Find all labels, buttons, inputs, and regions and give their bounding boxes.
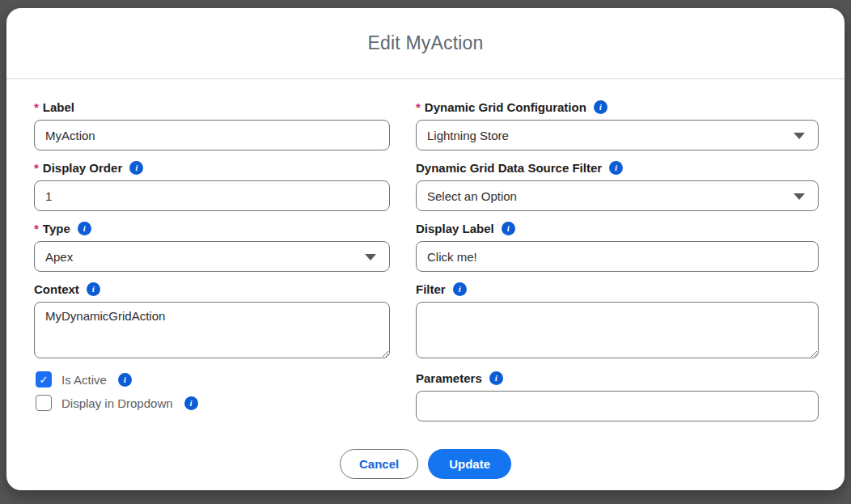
context-field-group: Context i MyDynamicGridAction	[34, 282, 390, 358]
display-label-input[interactable]	[416, 241, 819, 272]
left-column: * Label * Display Order i * Type i	[34, 100, 390, 432]
display-order-info-icon[interactable]: i	[129, 161, 143, 175]
display-label-info-icon[interactable]: i	[502, 222, 515, 235]
filter-label-text: Filter	[416, 282, 446, 296]
context-label-text: Context	[34, 282, 79, 296]
update-button[interactable]: Update	[428, 449, 511, 479]
parameters-field-group: Parameters i	[416, 371, 819, 421]
display-label-field-group: Display Label i	[416, 222, 819, 272]
display-in-dropdown-checkbox-row[interactable]: ✓ Display in Dropdown i	[36, 395, 390, 411]
dialog-title: Edit MyAction	[367, 32, 483, 54]
label-field-label: * Label	[34, 100, 390, 114]
dialog-body: * Label * Display Order i * Type i	[6, 79, 845, 432]
dialog-footer: Cancel Update	[6, 449, 845, 479]
dynamic-grid-data-source-filter-select-value: Select an Option	[427, 189, 517, 203]
dynamic-grid-data-source-filter-info-icon[interactable]: i	[609, 161, 623, 175]
display-order-input[interactable]	[34, 180, 390, 211]
required-asterisk: *	[34, 222, 39, 235]
context-label: Context i	[34, 282, 390, 296]
display-label-label: Display Label i	[416, 222, 819, 235]
display-in-dropdown-info-icon[interactable]: i	[184, 396, 198, 410]
display-in-dropdown-checkbox[interactable]: ✓	[36, 395, 52, 411]
dynamic-grid-data-source-filter-label-text: Dynamic Grid Data Source Filter	[416, 161, 602, 175]
type-info-icon[interactable]: i	[78, 222, 91, 235]
type-label: * Type i	[34, 222, 390, 235]
type-field-group: * Type i Apex	[34, 222, 390, 272]
label-input[interactable]	[34, 120, 390, 150]
context-info-icon[interactable]: i	[87, 282, 100, 296]
filter-info-icon[interactable]: i	[453, 282, 467, 296]
is-active-checkbox[interactable]: ✓	[36, 371, 52, 388]
chevron-down-icon	[365, 254, 376, 260]
type-select-value: Apex	[45, 250, 73, 264]
required-asterisk: *	[34, 161, 39, 175]
parameters-input[interactable]	[416, 391, 819, 421]
right-column: * Dynamic Grid Configuration i Lightning…	[416, 100, 819, 432]
type-select[interactable]: Apex	[34, 241, 390, 272]
dynamic-grid-configuration-select-value: Lightning Store	[427, 129, 509, 142]
display-label-label-text: Display Label	[416, 222, 494, 235]
dynamic-grid-configuration-select[interactable]: Lightning Store	[416, 120, 819, 150]
dynamic-grid-configuration-label-text: Dynamic Grid Configuration	[425, 100, 586, 114]
parameters-info-icon[interactable]: i	[489, 371, 503, 385]
context-textarea[interactable]: MyDynamicGridAction	[34, 302, 390, 358]
dynamic-grid-data-source-filter-field-group: Dynamic Grid Data Source Filter i Select…	[416, 161, 819, 211]
label-field-group: * Label	[34, 100, 390, 150]
filter-textarea[interactable]	[416, 302, 819, 358]
dialog-header: Edit MyAction	[6, 8, 845, 79]
display-in-dropdown-label: Display in Dropdown	[61, 396, 173, 410]
dynamic-grid-configuration-info-icon[interactable]: i	[594, 100, 608, 114]
filter-label: Filter i	[416, 282, 819, 296]
dynamic-grid-data-source-filter-select[interactable]: Select an Option	[416, 180, 819, 211]
parameters-label: Parameters i	[416, 371, 819, 385]
display-order-field-group: * Display Order i	[34, 161, 390, 211]
chevron-down-icon	[794, 193, 805, 200]
label-field-label-text: Label	[43, 100, 74, 114]
required-asterisk: *	[34, 100, 39, 114]
dynamic-grid-configuration-field-group: * Dynamic Grid Configuration i Lightning…	[416, 100, 819, 150]
chevron-down-icon	[794, 133, 805, 139]
dynamic-grid-configuration-label: * Dynamic Grid Configuration i	[416, 100, 819, 114]
parameters-label-text: Parameters	[416, 371, 482, 385]
edit-action-dialog: Edit MyAction * Label * Display Order i	[6, 8, 845, 490]
filter-field-group: Filter i	[416, 282, 819, 358]
dynamic-grid-data-source-filter-label: Dynamic Grid Data Source Filter i	[416, 161, 819, 175]
is-active-checkbox-row[interactable]: ✓ Is Active i	[36, 371, 390, 388]
is-active-info-icon[interactable]: i	[118, 373, 132, 387]
is-active-label: Is Active	[61, 373, 107, 387]
type-label-text: Type	[43, 222, 70, 235]
display-order-label: * Display Order i	[34, 161, 390, 175]
required-asterisk: *	[416, 100, 421, 114]
display-order-label-text: Display Order	[43, 161, 122, 175]
cancel-button[interactable]: Cancel	[340, 449, 418, 479]
